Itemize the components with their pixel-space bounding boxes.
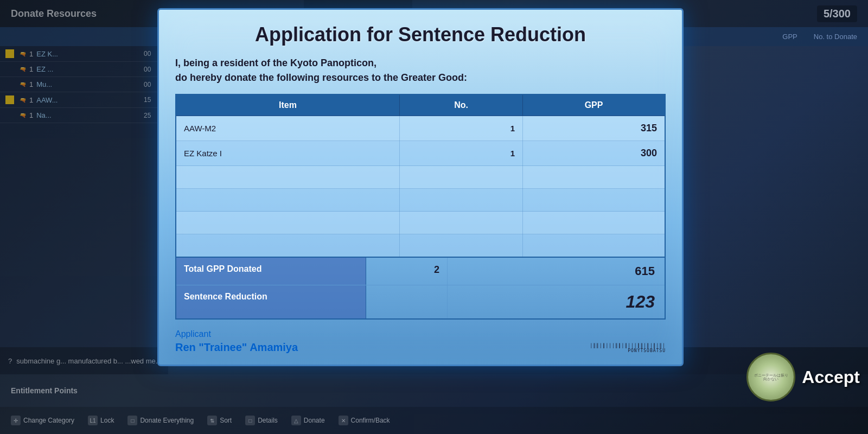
triangle-icon: △ (291, 416, 301, 425)
item-gpp (523, 189, 665, 212)
item-gpp (523, 212, 665, 234)
item-name (176, 212, 400, 234)
no-header: No. (400, 94, 523, 116)
sentence-reduction-row: Sentence Reduction 123 (176, 285, 665, 318)
accept-button-area[interactable]: ポニーテールは振り向かない Accept (746, 353, 860, 401)
change-category-btn[interactable]: ✛ Change Category (11, 416, 74, 425)
modal-title: Application for Sentence Reduction (175, 23, 666, 46)
item-no: 1 (400, 141, 523, 166)
item-name (176, 234, 400, 258)
entitlement-bar: Entitlement Points (0, 374, 868, 407)
total-gpp-row: Total GPP Donated 2 615 (176, 258, 665, 285)
list-item: 🔫1 EZ ... 000 (0, 62, 168, 77)
cross-icon: ✕ (339, 416, 348, 425)
table-row (176, 189, 665, 212)
sort-btn[interactable]: ⇅ Sort (207, 416, 232, 425)
bg-title-left: Donate Resources (11, 8, 97, 20)
square-icon: □ (127, 416, 137, 425)
total-gpp: 615 (448, 258, 665, 285)
confirm-back-btn[interactable]: ✕ Confirm/Back (339, 416, 390, 425)
l1-icon: L1 (88, 416, 98, 425)
item-name (176, 189, 400, 212)
total-label: Total GPP Donated (176, 258, 366, 285)
accept-seal: ポニーテールは振り向かない (746, 353, 795, 401)
gpp-header: GPP (523, 94, 665, 116)
item-name (176, 166, 400, 189)
bg-points: 5/300 (817, 5, 857, 22)
list-item: 🔫1 AAW... 151 (0, 92, 168, 108)
bottom-bar: ✛ Change Category L1 Lock □ Donate Every… (0, 407, 868, 434)
item-gpp (523, 234, 665, 258)
list-item: 🔫1 Mu... 000 (0, 77, 168, 92)
item-no: 1 (400, 116, 523, 141)
bg-no-donate-header: No. to Donate (814, 33, 857, 41)
item-gpp: 315 (523, 116, 665, 141)
item-name: EZ Katze I (176, 141, 400, 166)
item-no (400, 234, 523, 258)
reduction-label: Sentence Reduction (176, 285, 366, 318)
donate-btn[interactable]: △ Donate (291, 416, 325, 425)
item-header: Item (176, 94, 400, 116)
square2-icon: □ (245, 416, 255, 425)
donate-everything-btn[interactable]: □ Donate Everything (127, 416, 194, 425)
donation-table: Item No. GPP AAW-M2 1 315 EZ Katze I 1 3… (175, 94, 666, 258)
checkbox-icon (5, 49, 14, 58)
bg-gpp-header: GPP (782, 33, 797, 41)
applicant-label: Applicant (175, 329, 298, 339)
item-no (400, 212, 523, 234)
applicant-name: Ren "Trainee" Amamiya (175, 341, 298, 354)
sort-icon: ⇅ (207, 416, 217, 425)
item-name: AAW-M2 (176, 116, 400, 141)
item-gpp: 300 (523, 141, 665, 166)
list-item: 🔫1 Na... 250 (0, 108, 168, 123)
checkbox-icon (5, 95, 14, 104)
table-row (176, 234, 665, 258)
table-row: EZ Katze I 1 300 (176, 141, 665, 166)
reduction-no (366, 285, 448, 318)
dpad-icon: ✛ (11, 416, 21, 425)
accept-label: Accept (802, 367, 860, 387)
sentence-reduction-modal: Application for Sentence Reduction I, be… (157, 8, 684, 366)
table-row: AAW-M2 1 315 (176, 116, 665, 141)
lock-btn[interactable]: L1 Lock (88, 416, 114, 425)
total-no: 2 (366, 258, 448, 285)
item-gpp (523, 166, 665, 189)
bg-item-list: 🔫1 EZ K... 001 🔫1 EZ ... 000 🔫1 Mu... 00… (0, 46, 168, 374)
item-no (400, 189, 523, 212)
details-btn[interactable]: □ Details (245, 416, 278, 425)
summary-section: Total GPP Donated 2 615 Sentence Reducti… (175, 258, 666, 320)
table-row (176, 212, 665, 234)
modal-subtitle: I, being a resident of the Kyoto Panopti… (175, 56, 666, 85)
list-item: 🔫1 EZ K... 001 (0, 46, 168, 62)
barcode-section: │║║│║│││║║│║│││║║│║│║│║│ PONYTSOBATSU (590, 344, 666, 354)
applicant-section: Applicant Ren "Trainee" Amamiya (175, 329, 298, 354)
table-row (176, 166, 665, 189)
modal-footer: Applicant Ren "Trainee" Amamiya │║║│║│││… (175, 329, 666, 354)
barcode: │║║│║│││║║│║│││║║│║│║│║│ PONYTSOBATSU (590, 344, 666, 354)
item-no (400, 166, 523, 189)
reduction-gpp: 123 (448, 285, 665, 318)
